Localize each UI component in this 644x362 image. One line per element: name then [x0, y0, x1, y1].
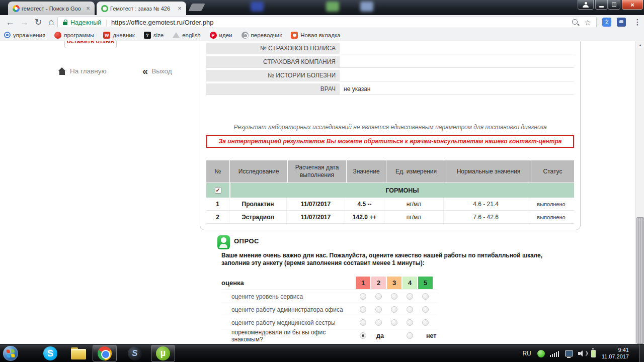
tab-close-icon[interactable]: × — [176, 5, 183, 12]
group-checkbox[interactable]: ✓ — [215, 187, 221, 194]
doctor-value: не указан — [340, 83, 574, 95]
radio-admin-1[interactable] — [360, 306, 366, 313]
test-name: Пролактин — [229, 198, 287, 210]
clock[interactable]: 9:41 11.07.2017 — [602, 347, 629, 360]
close-icon: × — [630, 1, 634, 9]
forward-icon[interactable]: → — [18, 15, 30, 29]
sphere-app-icon: S — [128, 346, 142, 360]
browser-menu-icon[interactable]: ⋮ — [632, 15, 642, 29]
bookmark-novaya-vkladka[interactable]: Новая вкладка — [291, 32, 340, 39]
home-link[interactable]: На главную — [58, 67, 107, 75]
leave-feedback-button[interactable]: оставить отзыв — [64, 41, 117, 48]
tab-google-search[interactable]: гемотест - Поиск в Goo × — [8, 2, 95, 15]
scrollbar-thumb[interactable] — [636, 217, 644, 344]
survey-intro: Ваше мнение очень важно для нас. Пожалуй… — [221, 252, 553, 266]
utorrent-icon: µ — [156, 346, 170, 360]
translate-extension-icon[interactable] — [602, 18, 611, 27]
tab-close-icon[interactable]: × — [85, 5, 92, 12]
bookmark-uprazhneniya[interactable]: упражнения — [4, 32, 45, 38]
taskbar-chrome[interactable] — [97, 346, 113, 361]
bookmark-english[interactable]: english — [173, 32, 200, 38]
scroll-up-arrow[interactable]: ▲ — [636, 41, 644, 49]
radio-admin-3[interactable] — [391, 306, 397, 313]
result-row-estradiol: 2 Эстрадиол 11/07/2017 142.0 ++ пг/мл 7.… — [206, 211, 574, 224]
test-range: 4.6 - 21.4 — [444, 198, 528, 210]
address-bar[interactable]: Надежный | https://office.gemotest.ru/Or… — [57, 17, 597, 28]
reload-icon[interactable]: ↻ — [32, 15, 44, 29]
desktop-shortcut-icon — [251, 2, 264, 12]
radio-service-5[interactable] — [422, 293, 429, 300]
tab-gemotest-order[interactable]: Гемотест : заказ № 426 × — [97, 2, 186, 15]
radio-recommend-no[interactable] — [407, 332, 413, 339]
form-row-insurance-company: СТРАХОВАЯ КОМПАНИЯ — [206, 56, 574, 68]
window-titlebar: гемотест - Поиск в Goo × Гемотест : зака… — [0, 0, 644, 15]
battery-icon[interactable] — [591, 350, 596, 357]
group-label: ГОРМОНЫ — [230, 183, 574, 198]
extension-icon[interactable] — [617, 18, 626, 27]
volume-icon[interactable] — [578, 350, 586, 357]
radio-service-1[interactable] — [360, 293, 366, 300]
radio-service-4[interactable] — [407, 293, 413, 300]
radio-nurse-1[interactable] — [360, 319, 366, 326]
folder-icon — [71, 347, 86, 359]
page-zoom-icon[interactable] — [572, 19, 580, 27]
security-label[interactable]: Надежный — [70, 19, 101, 26]
survey-question-administrator: оцените работу администратора офиса — [221, 303, 438, 316]
radio-admin-5[interactable] — [422, 306, 429, 313]
tab-title: Гемотест : заказ № 426 — [110, 6, 174, 12]
bookmark-programmy[interactable]: программы — [54, 32, 94, 39]
radio-service-3[interactable] — [391, 293, 397, 300]
network-signal-icon[interactable] — [550, 350, 560, 357]
bookmark-dnevnik[interactable]: W дневник — [103, 32, 134, 39]
radio-nurse-4[interactable] — [407, 319, 413, 326]
radio-nurse-2[interactable] — [375, 319, 382, 326]
diary-icon: W — [103, 32, 110, 39]
tray-utorrent-icon[interactable] — [537, 350, 545, 357]
radio-recommend-yes[interactable] — [360, 332, 366, 339]
radio-nurse-3[interactable] — [391, 319, 397, 326]
maximize-icon — [612, 3, 616, 7]
test-status: выполнено — [528, 198, 574, 210]
minimize-icon — [599, 6, 604, 8]
close-button[interactable]: × — [622, 0, 643, 10]
home-icon[interactable]: ⌂ — [45, 15, 57, 29]
radio-admin-2[interactable] — [375, 306, 382, 313]
taskbar-utorrent[interactable]: µ — [155, 346, 171, 361]
profile-button[interactable] — [578, 0, 594, 10]
test-name: Эстрадиол — [229, 211, 287, 223]
taskbar-explorer[interactable] — [70, 346, 87, 361]
back-icon[interactable]: ← — [4, 15, 16, 29]
display-icon[interactable] — [565, 350, 573, 356]
minimize-button[interactable] — [595, 0, 608, 10]
url-text[interactable]: https://office.gemotest.ru/Order.php — [111, 19, 572, 26]
logout-link[interactable]: « Выход — [142, 67, 172, 75]
order-card: № СТРАХОВОГО ПОЛИСА СТРАХОВАЯ КОМПАНИЯ №… — [200, 41, 581, 230]
radio-admin-4[interactable] — [407, 306, 413, 313]
form-row-doctor: ВРАЧ не указан — [206, 83, 574, 95]
taskbar-skype[interactable]: S — [42, 346, 58, 361]
radio-nurse-5[interactable] — [422, 319, 429, 326]
show-desktop-button[interactable] — [639, 344, 644, 362]
taskbar-shareman[interactable]: S — [127, 346, 143, 361]
bookmark-perevodchik[interactable]: переводчик — [242, 32, 282, 39]
desktop-screen: гемотест - Поиск в Goo × Гемотест : зака… — [0, 0, 644, 362]
start-button[interactable] — [3, 346, 18, 361]
scale-3: 3 — [387, 277, 401, 289]
browser-toolbar: ← → ↻ ⌂ Надежный | https://office.gemote… — [0, 15, 644, 29]
secure-lock-icon — [63, 22, 67, 25]
scale-4: 4 — [403, 277, 417, 289]
bookmark-idei[interactable]: P идеи — [210, 32, 232, 39]
page-scrollbar[interactable]: ▲ — [635, 41, 644, 344]
maximize-button[interactable] — [608, 0, 620, 10]
bookmark-star-icon[interactable]: ☆ — [585, 18, 591, 27]
language-indicator[interactable]: RU — [522, 350, 531, 357]
test-unit: пг/мл — [384, 211, 444, 223]
insurance-company-value — [340, 56, 574, 67]
new-tab-button[interactable] — [188, 4, 205, 11]
bookmark-size[interactable]: ? size — [144, 32, 164, 39]
radio-service-2[interactable] — [375, 293, 382, 300]
taskbar: S S µ RU 9:41 11.07.2017 — [0, 344, 644, 362]
orange-app-icon — [291, 32, 298, 39]
pinterest-icon: P — [210, 32, 217, 39]
survey-question-nurse: оцените работу медицинской сестры — [221, 316, 438, 329]
